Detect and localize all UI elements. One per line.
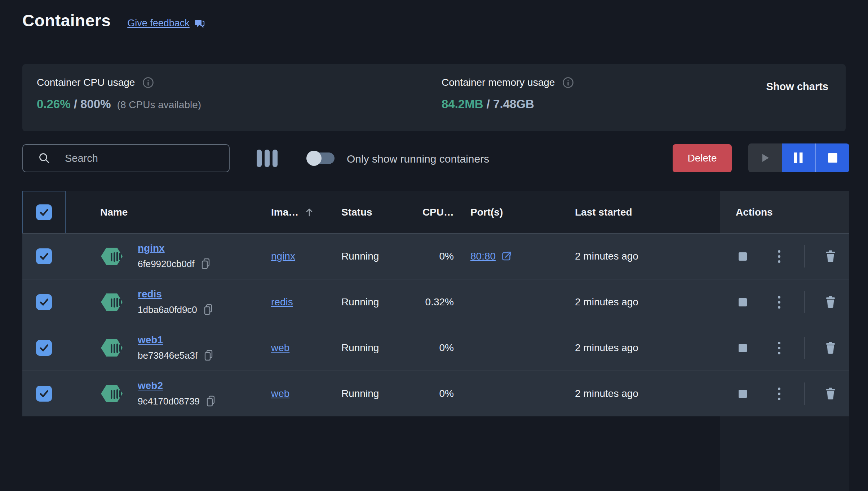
table-row: redis 1dba6a0fd9c0 redis Running 0.32% [22, 279, 849, 325]
row-name-cell: web2 9c4170d08739 [66, 380, 262, 407]
table-row: nginx 6fe9920cb0df nginx Running 0% 80:8… [22, 233, 849, 279]
row-last-started: 2 minutes ago [561, 251, 720, 262]
header-ports[interactable]: Port(s) [457, 207, 561, 218]
cpu-available-note: (8 CPUs available) [117, 99, 201, 110]
actions-divider [804, 382, 805, 405]
actions-divider [804, 337, 805, 359]
row-delete-button[interactable] [825, 341, 836, 354]
container-id: 6fe9920cb0df [138, 258, 195, 270]
cpu-usage-label: Container CPU usage [37, 77, 135, 88]
row-checkbox[interactable] [36, 386, 52, 402]
row-checkbox[interactable] [36, 248, 52, 264]
column-settings-icon[interactable] [257, 150, 278, 167]
running-only-toggle[interactable] [306, 150, 337, 166]
row-cpu: 0% [412, 388, 457, 399]
row-stop-button[interactable] [739, 252, 747, 261]
copy-icon[interactable] [203, 349, 214, 362]
row-menu-button[interactable] [776, 249, 782, 264]
actions-divider [804, 291, 805, 313]
external-link-icon[interactable] [501, 251, 512, 262]
select-all-checkbox[interactable] [36, 204, 52, 220]
row-image-cell: redis [262, 296, 334, 308]
row-stop-button[interactable] [739, 390, 747, 398]
image-link[interactable]: web [271, 342, 289, 353]
cpu-used-value: 0.26% [37, 97, 71, 111]
give-feedback-link[interactable]: Give feedback [127, 18, 205, 29]
toggle-knob [306, 151, 322, 166]
row-last-started: 2 minutes ago [561, 342, 720, 354]
row-delete-button[interactable] [825, 296, 836, 309]
running-only-toggle-label: Only show running containers [347, 153, 489, 165]
sort-ascending-icon [305, 208, 314, 217]
give-feedback-label: Give feedback [127, 18, 190, 29]
row-menu-button[interactable] [776, 295, 782, 310]
row-cpu: 0.32% [412, 296, 457, 308]
actions-divider [804, 245, 805, 267]
container-name-link[interactable]: web2 [138, 380, 216, 392]
header-actions: Actions [720, 191, 849, 233]
row-actions-cell [720, 234, 849, 279]
container-id: 1dba6a0fd9c0 [138, 304, 197, 315]
row-actions-cell [720, 371, 849, 416]
row-select-cell [22, 234, 66, 279]
header-image[interactable]: Ima… [262, 207, 334, 218]
info-icon[interactable] [562, 76, 574, 89]
port-link[interactable]: 80:80 [470, 251, 496, 262]
bulk-pause-button[interactable] [782, 143, 816, 172]
bulk-play-button[interactable] [748, 143, 782, 172]
container-icon [100, 246, 123, 267]
table-body: nginx 6fe9920cb0df nginx Running 0% 80:8… [22, 233, 849, 416]
port-link-wrap: 80:80 [470, 251, 561, 262]
image-link[interactable]: web [271, 388, 289, 399]
row-name-cell: nginx 6fe9920cb0df [66, 243, 262, 270]
row-status: Running [334, 296, 412, 308]
row-select-cell [22, 371, 66, 416]
ports-cell: 80:80 [457, 251, 561, 262]
row-select-cell [22, 325, 66, 371]
row-status: Running [334, 388, 412, 399]
cpu-usage-block: Container CPU usage 0.26% / 800% (8 CPUs… [37, 76, 201, 111]
image-link[interactable]: redis [271, 296, 293, 308]
header-cpu[interactable]: CPU… [412, 207, 457, 218]
table-row: web2 9c4170d08739 web Running 0% [22, 371, 849, 416]
row-delete-button[interactable] [825, 250, 836, 263]
info-icon[interactable] [142, 76, 154, 89]
row-actions-cell [720, 279, 849, 325]
header-name[interactable]: Name [66, 207, 262, 218]
row-last-started: 2 minutes ago [561, 388, 720, 399]
containers-table: Name Ima… Status CPU… Port(s) Last start… [22, 191, 849, 416]
row-checkbox[interactable] [36, 340, 52, 356]
header-status[interactable]: Status [334, 207, 412, 218]
show-charts-button[interactable]: Show charts [766, 81, 828, 93]
row-menu-button[interactable] [776, 340, 782, 356]
container-name-link[interactable]: nginx [138, 243, 211, 254]
bulk-delete-button[interactable]: Delete [673, 144, 732, 172]
row-image-cell: nginx [262, 251, 334, 262]
row-cpu: 0% [412, 342, 457, 354]
table-row: web1 be73846e5a3f web Running 0% [22, 325, 849, 371]
row-stop-button[interactable] [739, 344, 747, 352]
row-stop-button[interactable] [739, 298, 747, 306]
search-input[interactable] [65, 152, 220, 164]
row-status: Running [334, 251, 412, 262]
image-link[interactable]: nginx [271, 251, 295, 262]
usage-stats-card: Container CPU usage 0.26% / 800% (8 CPUs… [22, 64, 846, 131]
cpu-total-value: 800% [80, 97, 111, 111]
container-id: 9c4170d08739 [138, 396, 200, 407]
copy-icon[interactable] [203, 304, 214, 316]
row-delete-button[interactable] [825, 387, 836, 400]
search-box[interactable] [22, 144, 230, 172]
row-checkbox[interactable] [36, 294, 52, 310]
bulk-stop-button[interactable] [816, 143, 849, 172]
row-actions-cell [720, 325, 849, 371]
containers-page: Containers Give feedback Container CPU u… [0, 0, 868, 491]
memory-usage-block: Container memory usage 84.2MB / 7.48GB [442, 76, 574, 111]
container-name-link[interactable]: web1 [138, 334, 214, 346]
select-all-cell [22, 191, 66, 233]
container-name-link[interactable]: redis [138, 288, 214, 300]
header-last-started[interactable]: Last started [561, 207, 720, 218]
copy-icon[interactable] [200, 258, 211, 270]
row-menu-button[interactable] [776, 386, 782, 402]
row-select-cell [22, 279, 66, 325]
copy-icon[interactable] [205, 395, 216, 407]
